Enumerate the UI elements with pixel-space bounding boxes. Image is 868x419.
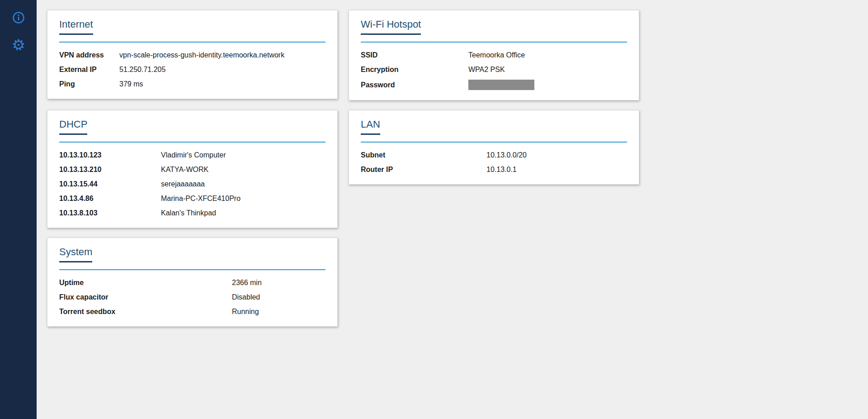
row-label: 10.13.10.123 (59, 148, 161, 162)
info-row: Encryption WPA2 PSK (361, 62, 627, 77)
row-label: Subnet (361, 148, 486, 162)
row-value: 10.13.0.0/20 (486, 148, 627, 162)
card-title[interactable]: Wi-Fi Hotspot (361, 19, 421, 35)
card-system: System Uptime 2366 min Flux capacitor Di… (47, 238, 338, 327)
card-dhcp: DHCP 10.13.10.123 Vladimir's Computer 10… (47, 110, 338, 228)
row-label: 10.13.15.44 (59, 177, 161, 191)
sidebar (0, 0, 37, 419)
card-table: VPN address vpn-scale-process-gush-ident… (59, 48, 326, 91)
row-value: Kalan's Thinkpad (161, 206, 326, 220)
row-value: Disabled (232, 290, 326, 305)
info-row: SSID Teemoorka Office (361, 48, 627, 62)
row-value: serejaaaaaaa (161, 177, 326, 191)
row-value: 51.250.71.205 (119, 62, 326, 77)
info-row: Uptime 2366 min (59, 276, 326, 290)
info-row: 10.13.10.123 Vladimir's Computer (59, 148, 326, 162)
card-divider (361, 142, 627, 143)
row-value: Running (232, 305, 326, 319)
card-divider (59, 142, 326, 143)
settings-button[interactable] (12, 38, 25, 51)
info-row: VPN address vpn-scale-process-gush-ident… (59, 48, 326, 62)
card-divider (361, 42, 627, 43)
password-redacted-value (468, 80, 534, 90)
main-content: Internet VPN address vpn-scale-process-g… (37, 0, 868, 327)
card-divider (59, 269, 326, 270)
card-table: Subnet 10.13.0.0/20 Router IP 10.13.0.1 (361, 148, 627, 177)
card-title[interactable]: LAN (361, 119, 380, 135)
row-label: 10.13.13.210 (59, 162, 161, 177)
row-label: SSID (361, 48, 468, 62)
info-row: 10.13.15.44 serejaaaaaaa (59, 177, 326, 191)
row-label: Encryption (361, 62, 468, 77)
info-row: 10.13.4.86 Marina-PC-XFCE410Pro (59, 191, 326, 206)
info-button[interactable] (12, 11, 25, 24)
row-label: External IP (59, 62, 119, 77)
info-row: Subnet 10.13.0.0/20 (361, 148, 627, 162)
row-label: Flux capacitor (59, 290, 232, 305)
row-value: vpn-scale-process-gush-identity.teemoork… (119, 48, 326, 62)
info-row: Torrent seedbox Running (59, 305, 326, 319)
row-value (468, 77, 627, 93)
card-internet: Internet VPN address vpn-scale-process-g… (47, 10, 338, 99)
card-title[interactable]: DHCP (59, 119, 87, 135)
row-value: 2366 min (232, 276, 326, 290)
row-value: 379 ms (119, 77, 326, 91)
row-label: Uptime (59, 276, 232, 290)
row-label: Password (361, 77, 468, 93)
row-value: KATYA-WORK (161, 162, 326, 177)
info-row: Router IP 10.13.0.1 (361, 162, 627, 177)
row-label: Torrent seedbox (59, 305, 232, 319)
card-lan: LAN Subnet 10.13.0.0/20 Router IP 10.13.… (349, 110, 639, 185)
gear-icon (12, 38, 25, 51)
row-value: Marina-PC-XFCE410Pro (161, 191, 326, 206)
card-title[interactable]: System (59, 246, 92, 262)
card-table: Uptime 2366 min Flux capacitor Disabled … (59, 276, 326, 319)
card-title[interactable]: Internet (59, 19, 93, 35)
row-value: Vladimir's Computer (161, 148, 326, 162)
row-label: 10.13.4.86 (59, 191, 161, 206)
row-label: VPN address (59, 48, 119, 62)
row-value: WPA2 PSK (468, 62, 627, 77)
dashboard: Internet VPN address vpn-scale-process-g… (47, 10, 868, 327)
info-row: Password (361, 77, 627, 93)
card-divider (59, 42, 326, 43)
card-table: SSID Teemoorka Office Encryption WPA2 PS… (361, 48, 627, 93)
info-row: External IP 51.250.71.205 (59, 62, 326, 77)
row-value: 10.13.0.1 (486, 162, 627, 177)
info-row: Flux capacitor Disabled (59, 290, 326, 305)
row-label: Ping (59, 77, 119, 91)
row-label: 10.13.8.103 (59, 206, 161, 220)
row-value: Teemoorka Office (468, 48, 627, 62)
card-table: 10.13.10.123 Vladimir's Computer 10.13.1… (59, 148, 326, 220)
card-wifi: Wi-Fi Hotspot SSID Teemoorka Office Encr… (349, 10, 639, 100)
info-row: 10.13.13.210 KATYA-WORK (59, 162, 326, 177)
info-row: Ping 379 ms (59, 77, 326, 91)
info-icon (12, 11, 25, 24)
info-row: 10.13.8.103 Kalan's Thinkpad (59, 206, 326, 220)
row-label: Router IP (361, 162, 486, 177)
